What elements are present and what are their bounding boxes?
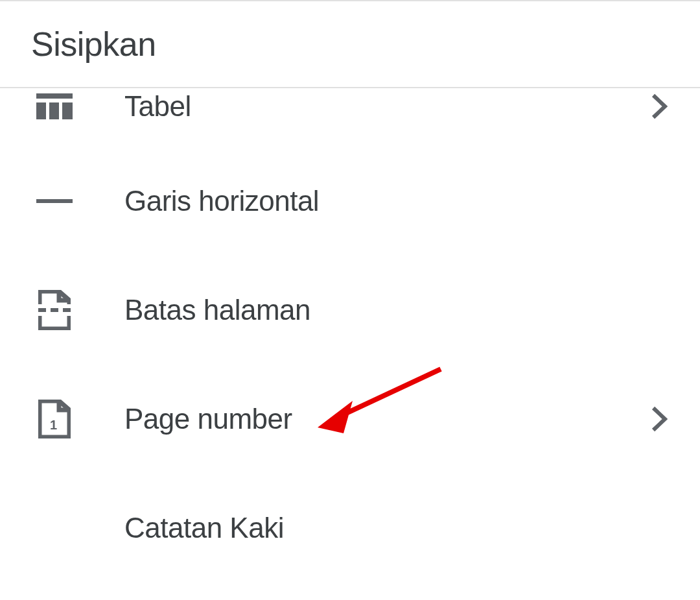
menu-item-label: Tabel [124,88,643,125]
menu-item-horizontal-line[interactable]: Garis horizontal [0,147,700,256]
panel-header: Sisipkan [0,1,700,87]
svg-rect-2 [49,102,59,119]
menu-item-label: Garis horizontal [124,185,675,217]
menu-item-label: Page number [124,403,643,435]
svg-rect-6 [51,308,58,312]
svg-rect-5 [38,308,46,312]
menu-item-page-break[interactable]: Batas halaman [0,256,700,365]
svg-rect-1 [36,102,46,119]
svg-rect-7 [63,308,71,312]
insert-menu-list: Tabel Garis horizontal [0,88,700,582]
svg-rect-4 [36,199,73,203]
horizontal-line-icon [36,183,73,219]
svg-rect-0 [36,93,73,99]
table-icon [36,88,73,125]
svg-text:1: 1 [50,418,57,432]
menu-item-page-number[interactable]: 1 Page number [0,365,700,474]
svg-rect-3 [62,102,73,119]
menu-item-label: Batas halaman [124,294,675,326]
menu-item-footnote[interactable]: Catatan Kaki [0,474,700,582]
menu-item-table[interactable]: Tabel [0,88,700,147]
panel-title: Sisipkan [31,25,700,64]
page-number-icon: 1 [36,401,73,437]
footnote-icon [36,510,73,546]
chevron-right-icon [643,403,675,435]
page-break-icon [36,292,73,328]
chevron-right-icon [643,88,675,125]
menu-item-label: Catatan Kaki [124,512,675,544]
